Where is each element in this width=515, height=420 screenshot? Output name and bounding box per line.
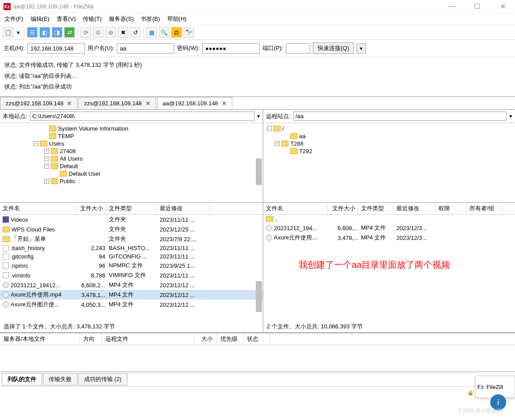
- reconnect-icon[interactable]: ↺: [130, 27, 141, 38]
- queue-tab-success[interactable]: 成功的传输 (2): [78, 373, 127, 385]
- toolbar: 📋 ▾ ☰ ◧ ◨ ⇄ ⟳ ⚙ ⊘ ✖ ↺ ▦ 🔍 ⚖ 🔭: [0, 25, 515, 40]
- toggle-queue-icon[interactable]: ⇄: [64, 27, 75, 38]
- quickconnect-dropdown[interactable]: ▾: [357, 43, 366, 54]
- menu-help[interactable]: 帮助(H): [167, 15, 187, 23]
- file-row[interactable]: .bash_history2,243BASH_HISTO...2023/11/1…: [0, 244, 263, 252]
- menu-server[interactable]: 服务器(S): [109, 15, 134, 23]
- port-input[interactable]: [286, 43, 310, 54]
- host-label: 主机(H):: [4, 44, 25, 52]
- tab-close-icon[interactable]: ✕: [146, 100, 150, 107]
- tree-item[interactable]: −Users: [0, 140, 263, 147]
- cancel-icon[interactable]: ⊘: [105, 27, 116, 38]
- connection-tab[interactable]: zzs@192.168.109.148✕: [0, 97, 77, 109]
- scrollbar-thumb[interactable]: [256, 158, 262, 185]
- tree-item[interactable]: −/: [263, 125, 515, 132]
- local-file-header[interactable]: 文件名 文件大小 文件类型 最近修改: [0, 203, 263, 215]
- queue-body[interactable]: [0, 345, 515, 372]
- message-log[interactable]: 状态: 文件传输成功, 传输了 3,478,132 字节 (用时1 秒) 状态:…: [0, 57, 515, 97]
- disconnect-icon[interactable]: ✖: [118, 27, 128, 38]
- menu-bookmarks[interactable]: 书签(B): [141, 15, 160, 23]
- folder-icon: [51, 163, 58, 169]
- file-row[interactable]: Axure元件图片使...4,050,3...MP4 文件2023/12/12 …: [0, 300, 263, 309]
- pass-label: 密码(W):: [177, 44, 200, 52]
- file-row[interactable]: Axure元件使用....3,478,...MP4 文件2023/12/3...: [263, 233, 515, 243]
- remote-site-input[interactable]: [293, 112, 507, 121]
- tree-item[interactable]: +27408: [0, 147, 263, 155]
- local-status: 选择了 1 个文件。大小总共: 3,478,132 字节: [0, 321, 263, 333]
- menu-file[interactable]: 文件(F): [4, 15, 23, 23]
- file-row[interactable]: WPS Cloud Files文件夹2023/12/25 ...: [0, 224, 263, 234]
- queue-tab-queued[interactable]: 列队的文件: [2, 373, 42, 385]
- tree-label: aa: [299, 133, 305, 139]
- refresh-icon[interactable]: ⟳: [81, 27, 91, 38]
- tab-close-icon[interactable]: ✕: [222, 100, 227, 107]
- menu-edit[interactable]: 编辑(E): [31, 15, 50, 23]
- process-queue-icon[interactable]: ⚙: [93, 27, 104, 38]
- tree-label: T288: [290, 140, 304, 147]
- tree-item[interactable]: Default User: [0, 170, 263, 177]
- dropdown-icon[interactable]: ▾: [509, 113, 512, 119]
- remote-file-list[interactable]: ..20231212_194...6,608,...MP4 文件2023/12/…: [263, 215, 515, 321]
- expander-icon[interactable]: −: [34, 141, 38, 146]
- close-button[interactable]: ✕: [494, 2, 511, 11]
- file-row[interactable]: 「开始」菜单文件夹2023/7/9 22:...: [0, 234, 263, 244]
- local-file-list[interactable]: Videos文件夹2023/11/11 ...WPS Cloud Files文件…: [0, 215, 263, 321]
- menu-view[interactable]: 查看(V): [57, 15, 76, 23]
- expander-icon[interactable]: −: [267, 126, 272, 131]
- tree-item[interactable]: aa: [263, 132, 515, 140]
- queue-header[interactable]: 服务器/本地文件 方向 远程文件 大小 优先级 状态: [0, 333, 515, 345]
- dropdown-icon[interactable]: ▾: [257, 113, 260, 119]
- local-tree[interactable]: System Volume InformationTEMP−Users+2740…: [0, 123, 263, 203]
- app-logo-icon: Fz: [4, 3, 11, 10]
- file-row[interactable]: Axure元件使用.mp43,478,1...MP4 文件2023/12/12 …: [0, 290, 263, 300]
- pass-input[interactable]: [202, 43, 260, 54]
- maximize-button[interactable]: ☐: [468, 2, 486, 11]
- expander-icon[interactable]: +: [275, 141, 280, 146]
- connection-tab[interactable]: zzs@192.168.109.148✕: [78, 97, 156, 109]
- queue-tab-failed[interactable]: 传输失败: [43, 373, 77, 385]
- dropdown-icon[interactable]: ▾: [15, 27, 21, 38]
- file-row[interactable]: .npmrc96NPMRC 文件2023/9/25 1...: [0, 261, 263, 270]
- binoculars-icon[interactable]: 🔭: [184, 27, 194, 38]
- tree-item[interactable]: T292: [263, 147, 515, 155]
- tree-label: All Users: [60, 155, 83, 162]
- scrollbar-thumb[interactable]: [256, 281, 262, 312]
- tree-item[interactable]: +Default: [0, 162, 263, 170]
- tree-item[interactable]: +All Users: [0, 155, 263, 162]
- connection-tab[interactable]: aa@192.168.109.148✕: [157, 97, 232, 109]
- local-site-label: 本地站点:: [3, 112, 27, 120]
- menu-transfer[interactable]: 传输(T): [83, 15, 102, 23]
- file-row[interactable]: 20231212_194...6,608,...MP4 文件2023/12/3.…: [263, 223, 515, 233]
- tab-close-icon[interactable]: ✕: [67, 100, 72, 107]
- search-icon[interactable]: 🔍: [159, 27, 169, 38]
- folder-icon: [51, 156, 58, 162]
- local-site-input[interactable]: [30, 112, 254, 121]
- remote-file-header[interactable]: 文件名 文件大小 文件类型 最近修改 权限 所有者/组: [263, 203, 515, 215]
- folder-icon: [40, 141, 47, 146]
- file-row[interactable]: ..: [263, 215, 515, 223]
- toggle-local-tree-icon[interactable]: ◧: [39, 27, 50, 38]
- remote-tree[interactable]: −/aa+T288T292: [263, 123, 515, 203]
- file-row[interactable]: .viminfo8,786VIMINFO 文件2023/11/11 ...: [0, 270, 263, 280]
- sitemanager-icon[interactable]: 📋: [3, 27, 13, 38]
- expander-icon[interactable]: +: [44, 164, 49, 169]
- toggle-remote-tree-icon[interactable]: ◨: [52, 27, 62, 38]
- minimize-button[interactable]: —: [442, 2, 460, 11]
- expander-icon[interactable]: +: [44, 149, 49, 154]
- expander-icon[interactable]: +: [44, 156, 49, 161]
- tree-item[interactable]: TEMP: [0, 132, 263, 140]
- file-row[interactable]: 20231212_19412...6,608,2...MP4 文件2023/12…: [0, 280, 263, 290]
- expander-icon[interactable]: +: [44, 179, 49, 184]
- tree-label: /: [282, 125, 284, 132]
- toggle-log-icon[interactable]: ☰: [27, 27, 38, 38]
- tree-item[interactable]: +T288: [263, 140, 515, 147]
- file-row[interactable]: Videos文件夹2023/11/11 ...: [0, 215, 263, 224]
- filter-icon[interactable]: ▦: [146, 27, 157, 38]
- compare-icon[interactable]: ⚖: [171, 27, 182, 38]
- tree-item[interactable]: +Public: [0, 177, 263, 185]
- quickconnect-button[interactable]: 快速连接(Q): [313, 42, 354, 54]
- file-row[interactable]: .gitconfig94GITCONFIG ...2023/11/11 ...: [0, 252, 263, 261]
- user-input[interactable]: [117, 43, 174, 54]
- tree-item[interactable]: System Volume Information: [0, 125, 263, 132]
- host-input[interactable]: [27, 43, 85, 54]
